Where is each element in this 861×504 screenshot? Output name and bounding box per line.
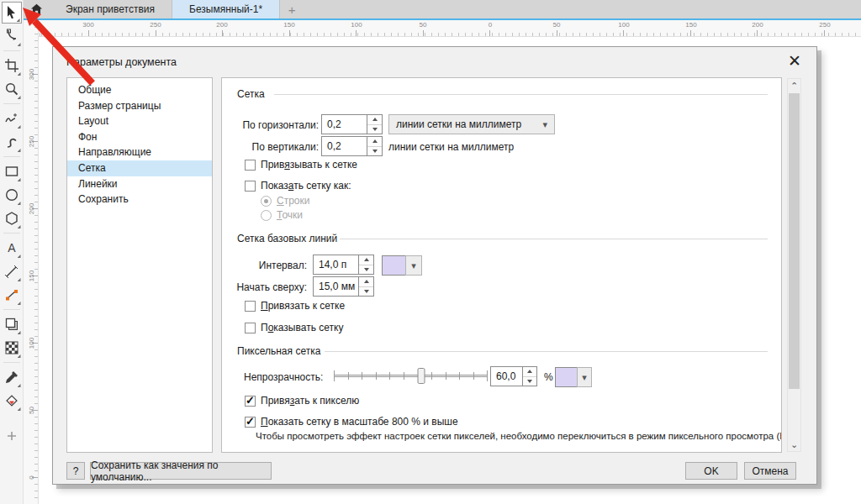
- interval-spinner[interactable]: 14,0 п: [313, 255, 374, 275]
- spin-up-icon[interactable]: [359, 255, 373, 265]
- spinner-value[interactable]: 60,0: [490, 366, 522, 386]
- spinner-arrows[interactable]: [367, 114, 383, 134]
- grid-settings-panel: Сетка По горизонтали: 0,2 линии сетки на…: [221, 77, 782, 453]
- text-icon: A: [4, 240, 19, 255]
- interactive-fill-tool[interactable]: [2, 390, 22, 412]
- spinner-value[interactable]: 14,0 п: [313, 255, 358, 275]
- chevron-down-icon[interactable]: ▾: [577, 367, 592, 387]
- opacity-slider[interactable]: [334, 368, 488, 385]
- polygon-tool[interactable]: [2, 207, 22, 229]
- category-item-general[interactable]: Общие: [67, 82, 212, 98]
- category-item-background[interactable]: Фон: [67, 129, 212, 145]
- pick-tool[interactable]: [2, 2, 22, 24]
- transparency-tool[interactable]: [2, 337, 22, 359]
- spinner-arrows[interactable]: [367, 136, 383, 156]
- content-scrollbar[interactable]: ⌃ ⌄: [787, 78, 801, 452]
- radio-label: Строки: [277, 195, 309, 207]
- show-grid-as-checkbox[interactable]: [245, 181, 256, 192]
- eyedropper-tool[interactable]: [2, 366, 22, 388]
- shape-tool[interactable]: [2, 25, 22, 47]
- ok-button[interactable]: OK: [685, 462, 737, 480]
- color-swatch[interactable]: [382, 255, 405, 276]
- add-tool-button[interactable]: [2, 425, 22, 447]
- pixel-snap-row[interactable]: Привязать к пикселю: [245, 395, 359, 407]
- drop-shadow-tool[interactable]: [2, 313, 22, 335]
- chevron-down-icon[interactable]: ▾: [405, 255, 422, 276]
- spin-up-icon[interactable]: [367, 137, 382, 147]
- crop-tool[interactable]: [2, 55, 22, 76]
- ruler-number: 250: [28, 135, 35, 149]
- baseline-snap-row[interactable]: Привязать к сетке: [245, 300, 345, 312]
- text-tool[interactable]: A: [2, 237, 22, 259]
- horizontal-spacing-label: По горизонтали:: [222, 119, 319, 131]
- baseline-snap-checkbox[interactable]: [245, 301, 256, 312]
- ellipse-tool[interactable]: [2, 184, 22, 206]
- spin-down-icon[interactable]: [359, 265, 373, 275]
- category-item-grid[interactable]: Сетка: [67, 160, 212, 176]
- tab-untitled-1[interactable]: Безымянный-1*: [172, 0, 280, 18]
- crop-icon: [4, 58, 19, 73]
- scroll-down-icon[interactable]: ⌄: [788, 438, 800, 451]
- spin-down-icon[interactable]: [523, 377, 536, 386]
- ruler-number: 200: [216, 21, 227, 29]
- spinner-value[interactable]: 0,2: [321, 114, 367, 134]
- opacity-spinner[interactable]: 60,0: [490, 366, 537, 386]
- vertical-spacing-spinner[interactable]: 0,2: [321, 136, 383, 156]
- category-item-save[interactable]: Сохранить: [67, 192, 212, 207]
- zoom-tool[interactable]: [2, 78, 22, 100]
- spin-down-icon[interactable]: [367, 125, 382, 134]
- pixel-show-row[interactable]: Показать сетку в масштабе 800 % и выше: [245, 416, 458, 428]
- tab-label: Экран приветствия: [66, 3, 155, 15]
- ruler-number: 300: [28, 68, 35, 81]
- slider-end-tick: [334, 370, 335, 381]
- artistic-media-tool[interactable]: [2, 131, 22, 153]
- category-item-rulers[interactable]: Линейки: [67, 176, 212, 192]
- dimension-tool[interactable]: [2, 260, 22, 282]
- spinner-value[interactable]: 15,0 мм: [313, 276, 358, 297]
- baseline-show-row[interactable]: Показывать сетку: [245, 322, 343, 333]
- help-button[interactable]: ?: [66, 462, 85, 480]
- spinner-arrows[interactable]: [358, 255, 374, 275]
- cancel-button[interactable]: Отмена: [744, 462, 796, 480]
- pixel-grid-color-picker[interactable]: ▾: [555, 367, 592, 387]
- show-grid-as-row[interactable]: Показать сетку как:: [245, 180, 351, 192]
- dots-radio[interactable]: [261, 210, 272, 221]
- color-swatch[interactable]: [555, 367, 577, 387]
- spin-down-icon[interactable]: [367, 147, 382, 156]
- freehand-tool[interactable]: [2, 108, 22, 129]
- slider-handle[interactable]: [418, 368, 425, 384]
- pixel-snap-checkbox[interactable]: [245, 396, 256, 407]
- start-from-top-spinner[interactable]: 15,0 мм: [313, 276, 374, 297]
- new-tab-button[interactable]: +: [280, 0, 304, 18]
- horizontal-spacing-spinner[interactable]: 0,2: [321, 114, 383, 134]
- connector-tool[interactable]: [2, 284, 22, 306]
- category-item-layout[interactable]: Layout: [67, 113, 212, 129]
- slider-end-tick: [487, 370, 488, 381]
- spinner-value[interactable]: 0,2: [321, 136, 367, 156]
- horizontal-unit-dropdown[interactable]: линии сетки на миллиметр ▾: [388, 114, 555, 134]
- start-from-top-label: Начать сверху:: [222, 281, 307, 293]
- snap-to-grid-row[interactable]: Привязывать к сетке: [245, 159, 357, 171]
- spin-up-icon[interactable]: [359, 277, 373, 287]
- spin-down-icon[interactable]: [359, 287, 373, 297]
- category-item-guidelines[interactable]: Направляющие: [67, 144, 212, 160]
- spin-up-icon[interactable]: [523, 367, 536, 377]
- home-icon: [30, 3, 43, 15]
- baseline-grid-color-picker[interactable]: ▾: [382, 255, 422, 276]
- scrollbar-thumb[interactable]: [789, 93, 800, 389]
- spinner-arrows[interactable]: [358, 276, 374, 297]
- tabbar-accent-line: [24, 18, 861, 20]
- lines-radio[interactable]: [261, 196, 272, 207]
- baseline-show-checkbox[interactable]: [245, 323, 256, 333]
- save-defaults-button[interactable]: Сохранить как значения по умолчанию...: [90, 462, 272, 480]
- close-icon[interactable]: ✕: [784, 50, 805, 71]
- snap-to-grid-checkbox[interactable]: [245, 160, 256, 171]
- scroll-up-icon[interactable]: ⌃: [788, 79, 800, 92]
- spin-up-icon[interactable]: [367, 115, 382, 125]
- pixel-show-checkbox[interactable]: [245, 417, 256, 428]
- tab-welcome-screen[interactable]: Экран приветствия: [49, 0, 172, 18]
- spinner-arrows[interactable]: [522, 366, 537, 386]
- home-button[interactable]: [24, 0, 49, 18]
- category-item-page-size[interactable]: Размер страницы: [67, 98, 212, 114]
- rectangle-tool[interactable]: [2, 160, 22, 182]
